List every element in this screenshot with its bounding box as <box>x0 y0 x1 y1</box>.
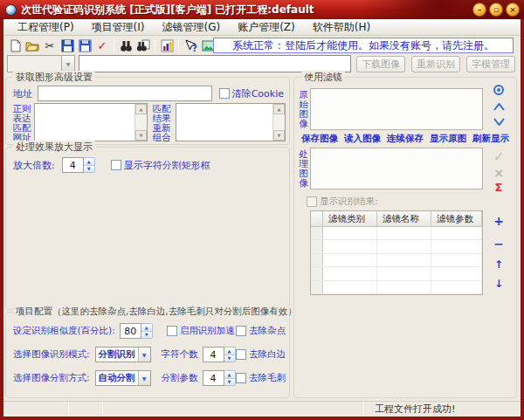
move-down-icon[interactable]: ↓ <box>492 277 506 291</box>
continuous-save-link[interactable]: 连续保存 <box>387 133 424 145</box>
spin-up-icon[interactable]: ▲ <box>141 324 152 332</box>
history-combobox[interactable]: ▼ <box>7 55 75 72</box>
rerecognize-button[interactable]: 重新识别 <box>411 56 460 72</box>
original-image-box <box>310 88 483 130</box>
spin-up-icon[interactable]: ▲ <box>84 158 94 166</box>
split-param-stepper[interactable]: 4 ▲ ▼ <box>203 370 236 386</box>
zoom-preview-group: 处理效果放大显示 放大倍数: 4 ▲ ▼ 显示字符分割矩形框 <box>5 147 290 310</box>
menu-project-management[interactable]: 工程管理(P) <box>9 19 83 36</box>
enable-acceleration-checkbox[interactable] <box>167 326 177 336</box>
menu-software-help[interactable]: 软件帮助(H) <box>304 19 379 36</box>
spin-up-icon[interactable]: ▲ <box>224 371 235 379</box>
image-links-row: 保存图像 读入图像 连续保存 显示原图 刷新显示 <box>301 133 513 145</box>
cut-button[interactable]: ✂ <box>41 38 59 54</box>
target-icon[interactable] <box>492 83 506 97</box>
open-project-button[interactable] <box>24 38 41 54</box>
new-project-button[interactable] <box>6 38 24 54</box>
zoom-factor-stepper[interactable]: 4 ▲ ▼ <box>62 157 95 173</box>
table-row[interactable] <box>311 267 482 280</box>
remove-noise-checkbox[interactable] <box>236 326 246 336</box>
menu-account-management[interactable]: 账户管理(Z) <box>229 19 304 36</box>
zoom-preview-title: 处理效果放大显示 <box>13 141 95 154</box>
spin-down-icon[interactable]: ▼ <box>141 332 152 339</box>
regex-textarea[interactable]: ▲ ▼ <box>34 103 148 141</box>
spin-down-icon[interactable]: ▼ <box>84 166 94 173</box>
sum-sigma-icon[interactable]: Σ <box>492 180 506 194</box>
scroll-down-icon[interactable]: ▼ <box>273 130 285 141</box>
maximize-button[interactable]: ▫ <box>489 3 503 17</box>
scroll-up-icon[interactable]: ▲ <box>273 104 285 114</box>
show-split-boxes-checkbox[interactable] <box>111 160 121 170</box>
recognition-mode-label: 选择图像识别模式: <box>13 348 90 361</box>
remove-burr-checkbox[interactable] <box>236 373 246 383</box>
minimize-icon: – <box>478 6 482 14</box>
chevron-down-icon[interactable]: ▼ <box>138 371 150 385</box>
chevron-down-icon[interactable]: ▼ <box>138 348 150 361</box>
col-filter-params[interactable]: 滤镜参数 <box>431 211 482 226</box>
save-image-link[interactable]: 保存图像 <box>301 133 338 145</box>
chevron-up-icon[interactable] <box>492 100 506 114</box>
minimize-button[interactable]: – <box>472 3 486 17</box>
original-image-label: 原 始 图 像 <box>298 90 309 128</box>
close-button[interactable]: × <box>506 3 520 17</box>
spin-down-icon[interactable]: ▼ <box>224 355 235 362</box>
binoculars-icon <box>120 39 133 52</box>
enable-acceleration-label: 启用识别加速 <box>180 325 235 337</box>
status-panel-1 <box>3 402 68 417</box>
table-row[interactable] <box>311 227 482 240</box>
recognition-mode-select[interactable]: 分割识别 ▼ <box>95 347 151 362</box>
floppy-disk-icon <box>61 39 74 52</box>
split-mode-select[interactable]: 自动分割 ▼ <box>95 370 151 386</box>
clear-cookie-checkbox[interactable] <box>219 88 230 99</box>
status-bar: 工程文件打开成功! <box>3 401 521 417</box>
menu-item-management[interactable]: 项目管理(I) <box>83 19 154 36</box>
table-row[interactable] <box>311 240 482 253</box>
statistics-button[interactable] <box>158 38 176 54</box>
load-image-link[interactable]: 读入图像 <box>344 133 381 145</box>
chevron-down-icon: ▼ <box>66 61 71 67</box>
remove-filter-icon[interactable]: − <box>492 237 506 251</box>
save-button[interactable] <box>59 38 76 54</box>
client-area: 工程管理(P) 项目管理(I) 滤镜管理(G) 账户管理(Z) 软件帮助(H) … <box>3 19 521 417</box>
address-input[interactable] <box>38 86 212 101</box>
show-original-link[interactable]: 显示原图 <box>430 133 466 145</box>
cancel-filter-cross-icon[interactable]: × <box>492 166 506 180</box>
recombine-result-label: 匹配 结果 重新 组合 <box>151 104 172 142</box>
address-label: 地址 <box>13 87 32 100</box>
save-all-button[interactable] <box>76 38 93 54</box>
similarity-stepper[interactable]: 80 ▲ ▼ <box>120 323 153 339</box>
menu-bar: 工程管理(P) 项目管理(I) 滤镜管理(G) 账户管理(Z) 软件帮助(H) <box>3 19 521 36</box>
refresh-display-link[interactable]: 刷新显示 <box>472 133 509 145</box>
filter-group-title: 使用滤镜 <box>301 71 345 84</box>
filter-table[interactable]: 滤镜类别 滤镜名称 滤镜参数 <box>310 210 483 295</box>
apply-filter-check-icon[interactable]: ✓ <box>492 149 506 163</box>
menu-filter-management[interactable]: 滤镜管理(G) <box>154 19 230 36</box>
move-up-icon[interactable]: ↑ <box>492 258 506 272</box>
col-filter-name[interactable]: 滤镜名称 <box>377 211 431 226</box>
context-help-button[interactable]: ? <box>182 38 199 54</box>
find-in-files-button[interactable] <box>134 38 152 54</box>
find-button[interactable] <box>117 38 134 54</box>
captcha-url-input[interactable] <box>79 55 351 72</box>
recombine-scrollbar[interactable]: ▲ ▼ <box>272 104 285 141</box>
recombine-textarea[interactable]: ▲ ▼ <box>176 103 286 141</box>
spin-up-icon[interactable]: ▲ <box>224 348 235 355</box>
font-template-manage-button[interactable]: 字模管理 <box>466 56 515 72</box>
download-image-button[interactable]: 下载图像 <box>356 56 405 72</box>
chevron-down-icon[interactable] <box>492 114 506 128</box>
scroll-down-icon[interactable]: ▼ <box>135 130 147 141</box>
scroll-up-icon[interactable]: ▲ <box>135 104 147 114</box>
system-status-message: 系统正常：登陆后才能使用。如果没有账号，请先注册。 <box>213 38 514 53</box>
table-row[interactable] <box>311 281 482 294</box>
combobox-dropdown-button[interactable]: ▼ <box>61 56 74 72</box>
remove-white-edge-checkbox[interactable] <box>236 349 246 360</box>
add-filter-icon[interactable]: + <box>492 214 506 228</box>
show-result-checkbox[interactable] <box>307 196 317 207</box>
char-count-stepper[interactable]: 4 ▲ ▼ <box>203 347 236 362</box>
col-filter-category[interactable]: 滤镜类别 <box>323 211 377 226</box>
regex-scrollbar[interactable]: ▲ ▼ <box>134 104 147 141</box>
spin-down-icon[interactable]: ▼ <box>224 379 235 386</box>
table-row[interactable] <box>311 254 482 267</box>
apply-button[interactable]: ✓ <box>93 38 111 54</box>
app-window: 次世代验证码识别系统 [正式版][客户端] 已打开工程:default – ▫ … <box>0 0 524 420</box>
